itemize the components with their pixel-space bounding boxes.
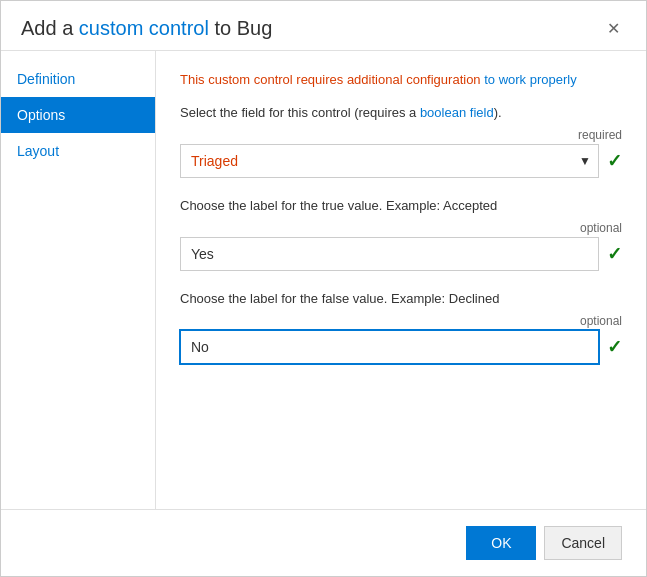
- sidebar-item-options[interactable]: Options: [1, 97, 155, 133]
- false-label-section: Choose the label for the false value. Ex…: [180, 291, 622, 364]
- dialog-body: Definition Options Layout This custom co…: [1, 51, 646, 509]
- field-select[interactable]: Triaged: [180, 144, 599, 178]
- true-label-description: Choose the label for the true value. Exa…: [180, 198, 622, 213]
- true-value-input[interactable]: [180, 237, 599, 271]
- info-text: This custom control requires additional …: [180, 71, 622, 89]
- close-button[interactable]: ✕: [601, 19, 626, 39]
- false-value-input-wrapper: [180, 330, 599, 364]
- optional-label-1: optional: [180, 221, 622, 235]
- true-value-input-wrapper: [180, 237, 599, 271]
- true-value-check-icon: ✓: [607, 243, 622, 265]
- false-value-check-icon: ✓: [607, 336, 622, 358]
- field-select-check-icon: ✓: [607, 150, 622, 172]
- false-label-description: Choose the label for the false value. Ex…: [180, 291, 622, 306]
- true-value-row: ✓: [180, 237, 622, 271]
- false-value-input[interactable]: [180, 330, 599, 364]
- ok-button[interactable]: OK: [466, 526, 536, 560]
- dialog: Add a custom control to Bug ✕ Definition…: [0, 0, 647, 577]
- required-label: required: [180, 128, 622, 142]
- sidebar-item-definition[interactable]: Definition: [1, 61, 155, 97]
- field-select-row: Triaged ▼ ✓: [180, 144, 622, 178]
- field-select-wrapper: Triaged ▼: [180, 144, 599, 178]
- false-value-row: ✓: [180, 330, 622, 364]
- optional-label-2: optional: [180, 314, 622, 328]
- main-content: This custom control requires additional …: [156, 51, 646, 509]
- sidebar-item-layout[interactable]: Layout: [1, 133, 155, 169]
- field-select-section: Select the field for this control (requi…: [180, 105, 622, 178]
- cancel-button[interactable]: Cancel: [544, 526, 622, 560]
- field-select-label: Select the field for this control (requi…: [180, 105, 622, 120]
- dialog-header: Add a custom control to Bug ✕: [1, 1, 646, 51]
- dialog-footer: OK Cancel: [1, 509, 646, 576]
- true-label-section: Choose the label for the true value. Exa…: [180, 198, 622, 271]
- sidebar: Definition Options Layout: [1, 51, 156, 509]
- dialog-title: Add a custom control to Bug: [21, 17, 272, 40]
